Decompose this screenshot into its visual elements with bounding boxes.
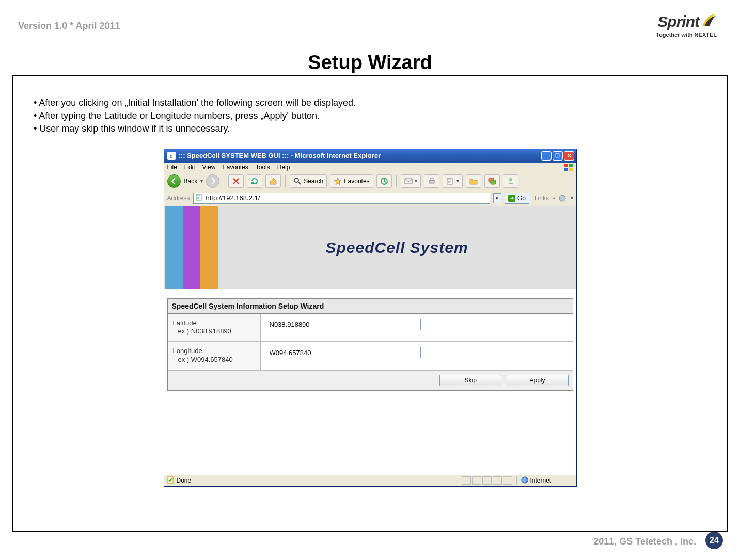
apply-button[interactable]: Apply — [507, 375, 569, 386]
toolbar-separator — [285, 175, 286, 187]
ie-page-icon: e — [167, 152, 176, 160]
address-label: Address — [167, 195, 190, 202]
discuss-button[interactable] — [484, 174, 500, 188]
status-zone-text: Internet — [530, 477, 552, 484]
svg-line-5 — [298, 182, 301, 184]
menu-help[interactable]: Help — [277, 164, 290, 171]
toolbar-separator — [396, 175, 397, 187]
history-button[interactable] — [376, 174, 392, 188]
sprint-logo-text: Sprint — [657, 13, 699, 30]
address-url: http://192.168.2.1/ — [206, 194, 260, 202]
content-frame: After you clicking on „Initial Installat… — [12, 75, 728, 532]
links-label: Links — [534, 195, 549, 202]
print-button[interactable] — [424, 174, 439, 188]
search-button[interactable]: Search — [290, 174, 327, 188]
bullet-item: After you clicking on „Initial Installat… — [34, 97, 712, 109]
status-done-text: Done — [177, 477, 192, 484]
svg-rect-9 — [430, 178, 433, 180]
menu-view[interactable]: View — [202, 164, 216, 171]
links-chevron-icon[interactable]: » — [552, 195, 555, 201]
stop-button[interactable] — [228, 174, 244, 188]
toolbar-separator — [224, 175, 224, 187]
longitude-example: ex ) W094.657840 — [173, 356, 255, 364]
links-dropdown-icon[interactable]: ▾ — [571, 195, 573, 201]
sprint-logo: Sprint — [657, 13, 717, 30]
wizard-row-longitude: Longitude ex ) W094.657840 — [168, 342, 573, 370]
svg-point-13 — [509, 178, 512, 181]
wizard-heading: SpeedCell System Information Setup Wizar… — [168, 299, 573, 314]
window-close-button[interactable]: ✕ — [564, 151, 574, 161]
svg-rect-2 — [564, 168, 568, 171]
folder-button[interactable] — [466, 174, 481, 188]
links-globe-icon — [558, 194, 568, 202]
edit-button[interactable]: ▾ — [443, 174, 463, 188]
stripe-orange — [200, 206, 218, 289]
page-title: Setup Wizard — [8, 52, 732, 74]
svg-rect-12 — [491, 180, 496, 184]
wizard-panel: SpeedCell System Information Setup Wizar… — [167, 298, 573, 391]
bullet-item: User may skip this window if it is unnec… — [34, 122, 712, 135]
internet-globe-icon — [521, 476, 528, 485]
stripe-purple — [183, 206, 200, 289]
mail-button[interactable]: ▾ — [401, 174, 421, 188]
search-label: Search — [304, 178, 323, 185]
sprint-wing-icon — [701, 13, 717, 28]
window-title: ::: SpeedCell SYSTEM WEB GUI ::: - Micro… — [179, 152, 541, 159]
version-text: Version 1.0 * April 2011 — [18, 21, 120, 31]
menu-favorites[interactable]: Favorites — [223, 164, 248, 171]
bullet-list: After you clicking on „Initial Installat… — [34, 97, 712, 136]
address-bar: Address http://192.168.2.1/ ▾ ➔ Go Links… — [164, 190, 576, 206]
sprint-tagline: Together with NEXTEL — [656, 31, 717, 38]
refresh-button[interactable] — [247, 174, 262, 188]
status-cell — [472, 476, 481, 485]
svg-rect-8 — [429, 180, 434, 183]
page-number-badge: 24 — [705, 532, 723, 549]
svg-rect-0 — [564, 164, 568, 167]
svg-rect-3 — [569, 168, 573, 171]
messenger-button[interactable] — [503, 174, 518, 188]
banner-title: SpeedCell System — [218, 239, 576, 257]
go-button[interactable]: ➔ Go — [505, 193, 529, 204]
menu-file[interactable]: File — [167, 164, 177, 171]
favorites-button[interactable]: Favorites — [330, 174, 373, 188]
svg-point-4 — [294, 178, 298, 182]
windows-flag-icon — [564, 164, 573, 172]
longitude-label: Longitude ex ) W094.657840 — [168, 342, 261, 370]
address-dropdown-icon[interactable]: ▾ — [493, 193, 501, 203]
svg-rect-1 — [569, 164, 573, 167]
latitude-label-text: Latitude — [173, 319, 197, 327]
window-maximize-button[interactable]: ☐ — [553, 151, 563, 161]
favorites-label: Favorites — [344, 178, 369, 185]
footer-copyright: 2011, GS Teletech , Inc. — [593, 536, 696, 547]
forward-button[interactable] — [206, 174, 219, 188]
status-bar: Done Internet — [164, 475, 576, 486]
menu-edit[interactable]: Edit — [184, 164, 195, 171]
stripe-blue — [165, 206, 183, 289]
banner: SpeedCell System — [164, 206, 576, 289]
banner-stripes — [165, 206, 218, 289]
status-cells — [462, 476, 512, 485]
status-cell — [482, 476, 492, 485]
address-input[interactable]: http://192.168.2.1/ — [193, 193, 490, 204]
status-cell — [493, 476, 502, 485]
page-icon — [196, 194, 203, 202]
window-titlebar: e ::: SpeedCell SYSTEM WEB GUI ::: - Mic… — [164, 149, 576, 163]
latitude-example: ex ) N038.918890 — [173, 327, 255, 336]
back-button[interactable] — [167, 174, 181, 188]
go-label: Go — [517, 195, 526, 202]
skip-button[interactable]: Skip — [439, 375, 501, 386]
bullet-item: After typing the Latitude or Longitude n… — [34, 109, 712, 122]
status-cell — [503, 476, 512, 485]
menu-tools[interactable]: Tools — [256, 164, 270, 171]
go-arrow-icon: ➔ — [508, 195, 515, 202]
home-button[interactable] — [265, 174, 281, 188]
latitude-input[interactable] — [266, 319, 421, 330]
status-cell — [462, 476, 471, 485]
toolbar: Back ▾ Search — [164, 172, 576, 190]
edit-dropdown-icon: ▾ — [456, 178, 459, 184]
wizard-buttons: Skip Apply — [168, 370, 573, 390]
longitude-input[interactable] — [266, 347, 421, 358]
status-zone: Internet — [516, 476, 573, 485]
back-dropdown-icon[interactable]: ▾ — [200, 178, 203, 184]
window-minimize-button[interactable]: _ — [541, 151, 552, 161]
